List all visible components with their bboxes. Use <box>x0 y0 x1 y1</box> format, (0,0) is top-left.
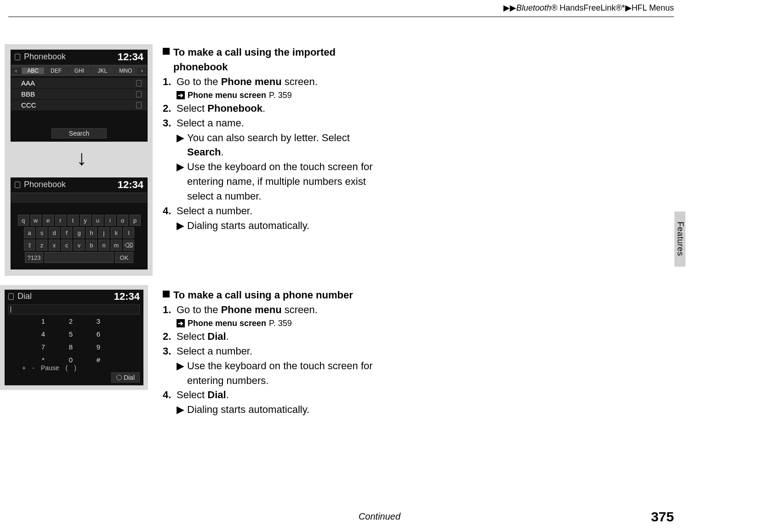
dial-key: 2 <box>59 317 83 328</box>
dial-key: 7 <box>31 343 55 354</box>
screen-title: Dial <box>17 292 32 301</box>
triangle-bullet-icon: ▶ <box>177 160 184 204</box>
step-text: Go to the Phone menu screen. <box>177 74 318 89</box>
phone-status-icon <box>15 182 20 188</box>
section-heading: To make a call using a phone number <box>163 288 383 303</box>
triangle-bullet-icon: ▶ <box>177 131 184 160</box>
alpha-tab: GHI <box>68 68 91 74</box>
text-input-strip <box>11 193 147 204</box>
section-thumb-label: Features <box>675 222 685 256</box>
step-number: 3. <box>163 116 174 131</box>
breadcrumb-rest: ® HandsFreeLink®*▶HFL Menus <box>551 3 674 12</box>
screen-title: Phonebook <box>24 180 66 189</box>
key: a <box>24 227 35 238</box>
xref-page: P. 359 <box>269 317 292 329</box>
dial-bottom-row: + - Pause ( ) <box>22 364 76 372</box>
breadcrumb-arrows: ▶▶ <box>503 3 516 12</box>
dial-key: 5 <box>59 330 83 341</box>
contact-row: AAA <box>11 78 147 89</box>
screen-clock: 12:34 <box>118 51 143 63</box>
triangle-bullet-icon: ▶ <box>177 402 184 417</box>
step-number: 1. <box>163 303 174 317</box>
step-number: 4. <box>163 204 174 218</box>
key: g <box>74 227 85 238</box>
sub-step: ▶ You can also search by letter. Select … <box>163 131 374 160</box>
step-number: 2. <box>163 101 174 116</box>
sub-step-text: You can also search by letter. Select Se… <box>187 131 374 160</box>
key: f <box>61 227 72 238</box>
step-text: Select a number. <box>177 344 252 359</box>
search-button: Search <box>51 128 107 138</box>
key: w <box>30 215 41 226</box>
xref-arrow-icon: ➔ <box>177 91 185 99</box>
shift-key-icon: ⇧ <box>24 240 35 251</box>
step-row: 2. Select Dial. <box>163 329 383 344</box>
instructions-dial: To make a call using a phone number 1. G… <box>163 288 383 417</box>
phone-status-icon <box>15 54 20 60</box>
xref-label: Phone menu screen <box>188 89 266 101</box>
section-heading-text: To make a call using the imported phoneb… <box>173 45 374 74</box>
step-row: 4. Select a number. <box>163 204 374 218</box>
key: k <box>111 227 122 238</box>
contact-list: AAA BBB CCC <box>11 78 147 111</box>
onscreen-keyboard: q w e r t y u i o p a s d f g h j k l ⇧ … <box>13 215 145 266</box>
step-text: Select a name. <box>177 116 244 131</box>
key: x <box>49 240 60 251</box>
key: i <box>105 215 116 226</box>
xref-label: Phone menu screen <box>188 317 266 329</box>
backspace-key-icon: ⌫ <box>123 240 134 251</box>
contact-name: BBB <box>21 90 35 98</box>
dial-extra-key: ) <box>74 364 76 372</box>
step-row: 1. Go to the Phone menu screen. <box>163 74 374 89</box>
sub-step: ▶ Dialing starts automatically. <box>163 402 383 417</box>
dial-key: 3 <box>86 317 110 328</box>
instructions-phonebook: To make a call using the imported phoneb… <box>163 45 374 233</box>
sub-step-text: Use the keyboard on the touch screen for… <box>187 359 383 388</box>
alpha-tab-row: ‹ ABC DEF GHI JKL MNO › <box>11 65 147 77</box>
step-text: Select a number. <box>177 204 252 218</box>
key: c <box>61 240 72 251</box>
step-row: 2. Select Phonebook. <box>163 101 374 116</box>
key: u <box>92 215 103 226</box>
key: o <box>117 215 128 226</box>
dial-extra-key: Pause <box>41 364 59 372</box>
screenshot-dial-pad: Dial 12:34 1 2 3 4 5 6 7 8 9 * 0 # + - P… <box>5 290 143 385</box>
dial-keypad: 1 2 3 4 5 6 7 8 9 * 0 # <box>31 317 110 367</box>
dial-extra-key: + <box>22 364 26 372</box>
text-cursor <box>11 306 11 313</box>
dial-key: 4 <box>31 330 55 341</box>
sub-step: ▶ Use the keyboard on the touch screen f… <box>163 359 383 388</box>
screen-clock: 12:34 <box>118 179 143 191</box>
alpha-tab: ABC <box>21 68 44 74</box>
sub-step: ▶ Use the keyboard on the touch screen f… <box>163 160 374 204</box>
triangle-bullet-icon: ▶ <box>177 218 184 233</box>
key: b <box>86 240 97 251</box>
mobile-icon <box>136 80 142 86</box>
dial-key: 1 <box>31 317 55 328</box>
key: s <box>36 227 47 238</box>
step-number: 4. <box>163 388 174 402</box>
page-number: 375 <box>651 509 674 525</box>
search-button-label: Search <box>69 130 89 137</box>
header-divider <box>8 17 674 17</box>
alpha-tab: MNO <box>114 68 137 74</box>
xref-arrow-icon: ➔ <box>177 319 185 327</box>
screenshot-phonebook-list: Phonebook 12:34 ‹ ABC DEF GHI JKL MNO › … <box>11 50 148 142</box>
cross-reference: ➔ Phone menu screen P. 359 <box>163 317 383 329</box>
key: t <box>68 215 79 226</box>
key: e <box>43 215 54 226</box>
step-number: 1. <box>163 74 174 89</box>
phone-call-icon <box>116 375 122 380</box>
sub-step-text: Dialing starts automatically. <box>187 402 383 417</box>
section-bullet-icon <box>163 291 170 297</box>
sub-step: ▶ Dialing starts automatically. <box>163 218 374 233</box>
step-text: Select Phonebook. <box>177 101 265 116</box>
alpha-next-icon: › <box>137 68 147 74</box>
step-row: 3. Select a name. <box>163 116 374 131</box>
mode-key: ?123 <box>25 252 43 263</box>
key: d <box>49 227 60 238</box>
sub-step-text: Dialing starts automatically. <box>187 218 374 233</box>
key: l <box>123 227 134 238</box>
alpha-tab: JKL <box>91 68 114 74</box>
alpha-prev-icon: ‹ <box>11 68 21 74</box>
